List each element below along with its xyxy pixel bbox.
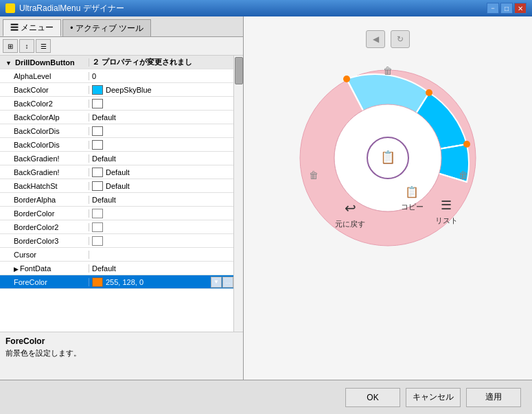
prop-cursor: Cursor (0, 248, 233, 262)
maximize-button[interactable]: □ (500, 3, 513, 14)
bordercolor3-swatch (92, 236, 103, 246)
prop-borderalpha-value[interactable]: Default (89, 196, 233, 204)
close-button[interactable]: ✕ (514, 3, 527, 14)
property-grid: ▼ DrillDownButton ２ プロパティが変更されまし AlphaLe… (0, 56, 233, 332)
prop-backcolordis1-name: BackColorDis (0, 127, 89, 135)
prop-backcolor2-value[interactable] (89, 99, 233, 108)
svg-point-14 (343, 76, 350, 82)
prop-backgradien1-name: BackGradien! (0, 154, 89, 163)
radial-toolbar: ◀ ↻ (366, 30, 410, 48)
svg-text:リスト: リスト (435, 216, 458, 225)
backcolor-swatch (92, 85, 103, 95)
prop-forecolor-value[interactable]: 255, 128, 0 ▼ … (89, 277, 233, 288)
main-content: ☰ メニュー • アクティブ ツール ⊞ ↕ ☰ ▼ DrillDownButt… (0, 16, 532, 380)
prop-backcolor2: BackColor2 (0, 97, 233, 111)
minimize-button[interactable]: － (487, 3, 499, 14)
svg-text:コピー: コピー (401, 203, 424, 211)
prop-bordercolor-value[interactable] (89, 209, 233, 218)
prop-backcolordis1: BackColorDis (0, 124, 233, 138)
scrollbar-thumb[interactable] (235, 57, 243, 84)
info-description: 前景色を設定します。 (5, 348, 238, 358)
prop-backgradien2-name: BackGradien! (0, 168, 89, 176)
prop-alphalevel-name: AlphaLevel (0, 72, 89, 80)
bottom-bar: OK キャンセル 適用 (0, 380, 532, 414)
category-notice: ２ プロパティが変更されまし (89, 57, 233, 67)
prop-backhatchst: BackHatchSt Default (0, 179, 233, 193)
bordercolor-swatch (92, 209, 103, 218)
svg-text:🗑: 🗑 (309, 170, 319, 181)
radial-menu-svg: 📋 🗑 🗑 🗑 ↩ 元に戻す 📋 コピー ☰ (292, 62, 484, 254)
backhatchst-swatch (92, 181, 103, 191)
prop-backhatchst-value[interactable]: Default (89, 181, 233, 191)
prop-backhatchst-name: BackHatchSt (0, 182, 89, 190)
prop-alphalevel-value[interactable]: 0 (89, 72, 233, 80)
prop-backcolordis2-value[interactable] (89, 140, 233, 150)
category-name: DrillDownButton (15, 58, 75, 67)
prop-bordercolor2: BorderColor2 (0, 220, 233, 234)
prop-bordercolor-name: BorderColor (0, 209, 89, 218)
tab-active-tool[interactable]: • アクティブ ツール (62, 19, 151, 36)
prop-backcolor-name: BackColor (0, 86, 89, 94)
prop-backgradien1-value[interactable]: Default (89, 154, 233, 163)
forecolor-swatch (92, 277, 103, 287)
svg-text:🗑: 🗑 (383, 65, 393, 76)
svg-text:元に戻す: 元に戻す (335, 220, 365, 229)
prop-bordercolor3-name: BorderColor3 (0, 237, 89, 245)
prop-borderalpha-name: BorderAlpha (0, 196, 89, 204)
prop-bordercolor3-value[interactable] (89, 236, 233, 246)
prop-bordercolor3: BorderColor3 (0, 234, 233, 248)
forecolor-controls: ▼ … (211, 277, 233, 288)
backcolordis1-swatch (92, 126, 103, 136)
prop-forecolor-name: ForeColor (0, 278, 89, 286)
property-grid-wrapper: ▼ DrillDownButton ２ プロパティが変更されまし AlphaLe… (0, 56, 243, 332)
prop-alphalevel: AlphaLevel 0 (0, 69, 233, 83)
prop-backcolor: BackColor DeepSkyBlue (0, 83, 233, 97)
prop-backcolor2-name: BackColor2 (0, 100, 89, 108)
tab-menu[interactable]: ☰ メニュー (3, 19, 61, 36)
app-icon (5, 3, 15, 13)
title-controls: － □ ✕ (487, 3, 527, 14)
svg-text:📋: 📋 (380, 150, 396, 165)
apply-button[interactable]: 適用 (466, 388, 521, 407)
svg-point-12 (426, 89, 432, 96)
prop-bordercolor2-name: BorderColor2 (0, 223, 89, 231)
property-scrollbar[interactable] (233, 56, 243, 332)
forecolor-more[interactable]: … (222, 277, 233, 288)
prop-backcolordis2: BackColorDis (0, 138, 233, 152)
prop-cursor-name: Cursor (0, 251, 89, 259)
radial-refresh-btn[interactable]: ↻ (391, 30, 410, 48)
prop-bordercolor: BorderColor (0, 207, 233, 220)
svg-text:📋: 📋 (405, 185, 419, 198)
title-bar: UltraRadialMenu デザイナー － □ ✕ (0, 0, 532, 16)
prop-backgradien1: BackGradien! Default (0, 152, 233, 165)
info-panel: ForeColor 前景色を設定します。 (0, 332, 243, 380)
prop-borderalpha: BorderAlpha Default (0, 193, 233, 207)
prop-backcoloralp-value[interactable]: Default (89, 113, 233, 122)
svg-point-13 (463, 141, 470, 148)
prop-backcolordis2-name: BackColorDis (0, 141, 89, 149)
title-bar-left: UltraRadialMenu デザイナー (5, 3, 124, 14)
radial-back-btn[interactable]: ◀ (366, 30, 385, 48)
backcolor2-swatch (92, 99, 103, 108)
window-title: UltraRadialMenu デザイナー (19, 3, 124, 14)
category-expand: ▼ DrillDownButton (0, 58, 89, 67)
prop-backgradien2: BackGradien! Default (0, 165, 233, 179)
forecolor-dropdown[interactable]: ▼ (211, 277, 222, 288)
tab-bar: ☰ メニュー • アクティブ ツール (0, 16, 243, 37)
backgradien2-swatch (92, 168, 103, 177)
properties-btn[interactable]: ☰ (36, 39, 51, 53)
prop-bordercolor2-value[interactable] (89, 222, 233, 232)
prop-fontdata-value[interactable]: Default (89, 264, 233, 273)
bordercolor2-swatch (92, 222, 103, 232)
prop-backgradien2-value[interactable]: Default (89, 168, 233, 177)
info-title: ForeColor (5, 336, 238, 346)
prop-backcolordis1-value[interactable] (89, 126, 233, 136)
left-panel: ☰ メニュー • アクティブ ツール ⊞ ↕ ☰ ▼ DrillDownButt… (0, 16, 244, 380)
svg-text:🗑: 🗑 (459, 170, 468, 181)
sort-category-btn[interactable]: ⊞ (3, 39, 18, 53)
prop-backcolor-value[interactable]: DeepSkyBlue (89, 85, 233, 95)
right-panel: ◀ ↻ (244, 16, 532, 380)
sort-alpha-btn[interactable]: ↕ (19, 39, 34, 53)
cancel-button[interactable]: キャンセル (406, 388, 461, 407)
ok-button[interactable]: OK (345, 388, 400, 407)
